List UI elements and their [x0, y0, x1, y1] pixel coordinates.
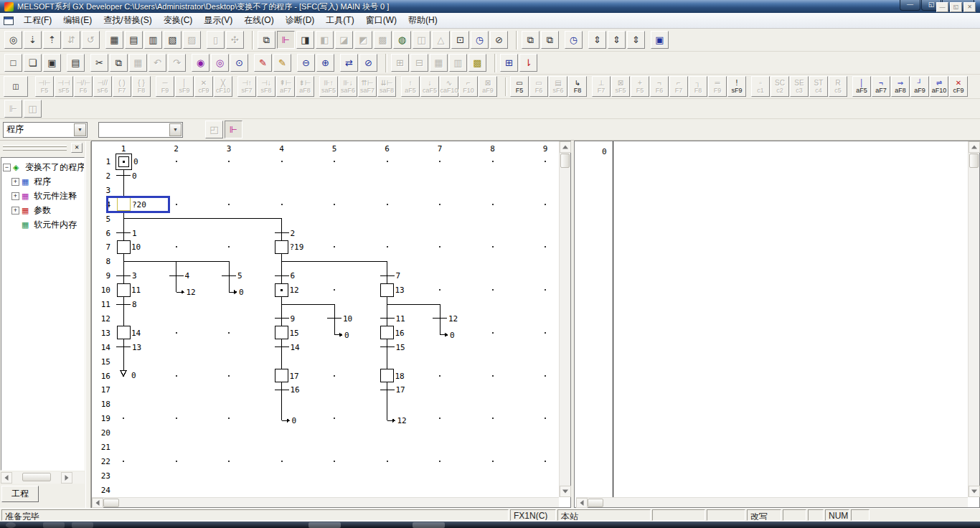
taskbar-item[interactable] [413, 522, 445, 528]
mdi-minimize-button[interactable]: — [936, 2, 948, 12]
scroll-up-icon[interactable] [560, 141, 571, 153]
cut-button[interactable]: ✂ [90, 54, 108, 72]
verify-button[interactable]: ⊘ [359, 54, 377, 72]
monitor-stop-button[interactable]: ⊘ [490, 31, 508, 49]
scroll-up-icon[interactable] [969, 141, 980, 153]
chevron-down-icon[interactable]: ▼ [74, 123, 86, 136]
tree-item-device-comment[interactable]: +▦软元件注释 [1, 189, 84, 203]
collapse-icon[interactable]: − [3, 164, 11, 171]
monitor-mode-button[interactable]: ◉ [192, 54, 209, 72]
sort-z-button[interactable]: ◍ [393, 31, 411, 49]
ladder-zoom-panel[interactable]: 0 [574, 141, 980, 508]
find-prev-button[interactable]: ⇡ [43, 31, 61, 49]
tree-item-parameter[interactable]: +▦参数 [1, 203, 84, 217]
monitor-clock-button[interactable]: ◷ [471, 31, 489, 49]
sfc-view-button[interactable]: ⊩ [277, 31, 295, 49]
tree-item-device-memory[interactable]: ▦软元件内存 [1, 217, 84, 232]
copy-button[interactable]: ⧉ [110, 54, 128, 72]
pc-transfer-button[interactable]: ⇄ [340, 54, 358, 72]
window-switch-button[interactable]: ⧉ [258, 31, 275, 49]
ladder-vertical-scrollbar[interactable] [968, 141, 979, 497]
sfc-step[interactable] [381, 283, 394, 296]
new-window-button[interactable]: ⧉ [522, 31, 540, 49]
tree-item-root[interactable]: −◈变换不了的程序 [1, 160, 84, 174]
sfc-key-F8-26[interactable]: ↳F8 [568, 76, 587, 97]
print-button[interactable]: ▤ [67, 54, 85, 72]
data-kind-combo[interactable]: 程序 ▼ [3, 122, 88, 138]
entry-monitor-button[interactable]: ⊙ [230, 54, 248, 72]
panel-splitter[interactable] [85, 141, 91, 508]
sfc-step[interactable] [117, 326, 130, 339]
sfc-horizontal-scrollbar[interactable] [92, 497, 559, 507]
zoom-partial-button[interactable]: ◨ [296, 31, 314, 49]
sort-display-button[interactable]: ⇂ [519, 54, 537, 72]
menu-h[interactable]: 帮助(H) [402, 12, 443, 29]
tree-panel-header[interactable]: ✕ [1, 143, 84, 156]
chevron-down-icon[interactable]: ▼ [169, 123, 182, 136]
close-icon[interactable]: ✕ [71, 143, 83, 153]
arrange-window-button[interactable]: ⧉ [541, 31, 559, 49]
expand-icon[interactable]: + [11, 192, 19, 200]
align-middle-button[interactable]: ⇕ [608, 31, 626, 49]
sfc-step[interactable] [275, 369, 288, 382]
monitor-write-mode-button[interactable]: ◎ [211, 54, 229, 72]
sfc-block-display-button[interactable]: ⊩ [225, 121, 242, 138]
delete-row-button[interactable]: ▤ [125, 31, 143, 49]
sfc-key-aF9-43[interactable]: ┘aF9 [910, 76, 929, 97]
save-button[interactable]: ▣ [43, 54, 61, 72]
sfc-key-aF7-41[interactable]: ¬aF7 [872, 76, 890, 97]
delete-column-button[interactable]: ▧ [164, 31, 182, 49]
align-bottom-button[interactable]: ⇕ [627, 31, 645, 49]
mdi-restore-button[interactable]: ◱ [950, 2, 962, 12]
minimize-button[interactable]: — [900, 0, 920, 11]
write-mode-button[interactable]: ✎ [254, 54, 272, 72]
tree-horizontal-scrollbar[interactable] [1, 472, 85, 484]
expand-icon[interactable]: + [11, 178, 19, 186]
scroll-left-icon[interactable] [576, 498, 588, 508]
data-name-combo[interactable]: ▼ [98, 122, 183, 138]
scroll-thumb[interactable] [103, 499, 119, 507]
ladder-horizontal-scrollbar[interactable] [576, 497, 968, 507]
align-top-button[interactable]: ⇕ [588, 31, 606, 49]
menu-c[interactable]: 变换(C) [158, 12, 199, 29]
menu-d[interactable]: 诊断(D) [280, 12, 321, 29]
note-edit-button[interactable]: ⊡ [451, 31, 469, 49]
sfc-step[interactable] [117, 240, 130, 253]
symbol-list-button[interactable]: ◫ [4, 76, 28, 97]
mdi-close-button[interactable]: ✕ [963, 2, 976, 12]
sfc-key-F5-23[interactable]: ▭F5 [510, 76, 529, 97]
scroll-thumb[interactable] [560, 154, 570, 168]
tab-project[interactable]: 工程 [1, 486, 39, 502]
windows-taskbar[interactable] [0, 522, 980, 528]
scroll-thumb[interactable] [969, 154, 979, 168]
sfc-diagram[interactable]: 1234567891234567891011121314151617181920… [92, 141, 559, 497]
sfc-key-aF8-42[interactable]: ⇒aF8 [891, 76, 910, 97]
expand-icon[interactable]: + [11, 207, 19, 214]
sfc-key-cF9-45[interactable]: ✕cF9 [949, 76, 968, 97]
taskbar-item[interactable] [72, 522, 93, 528]
new-button[interactable]: □ [4, 54, 22, 72]
start-orb[interactable] [6, 522, 16, 528]
menu-e[interactable]: 编辑(E) [57, 12, 98, 29]
sfc-canvas[interactable]: 1234567891234567891011121314151617181920… [92, 141, 559, 497]
sfc-vertical-scrollbar[interactable] [559, 141, 570, 497]
scroll-left-icon[interactable] [1, 472, 12, 484]
menu-t[interactable]: 工具(T) [320, 12, 359, 29]
sfc-step[interactable] [381, 326, 394, 339]
sfc-key-aF5-40[interactable]: │aF5 [852, 76, 871, 97]
taskbar-item[interactable] [43, 522, 65, 528]
menu-f[interactable]: 工程(F) [18, 12, 57, 29]
menu-o[interactable]: 在线(O) [238, 12, 279, 29]
sfc-step[interactable] [275, 326, 288, 339]
read-mode-button[interactable]: ✎ [273, 54, 291, 72]
time-check-button[interactable]: ◷ [565, 31, 583, 49]
find-next-button[interactable]: ⇣ [24, 31, 42, 49]
scroll-left-icon[interactable] [92, 498, 103, 508]
sfc-key-aF10-44[interactable]: ⇌aF10 [930, 76, 948, 97]
zoom-in-button[interactable]: ⊕ [316, 54, 334, 72]
scroll-down-icon[interactable] [969, 486, 980, 497]
sfc-step[interactable] [117, 283, 130, 296]
scroll-thumb[interactable] [588, 499, 603, 507]
scroll-thumb[interactable] [22, 473, 51, 481]
zoom-out-button[interactable]: ⊖ [297, 54, 315, 72]
